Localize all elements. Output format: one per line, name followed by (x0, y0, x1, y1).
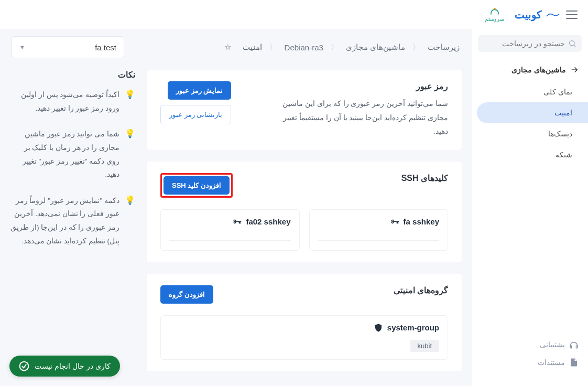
ssh-key-item[interactable]: 🗝fa sshkey (309, 209, 449, 251)
status-pill[interactable]: کاری در حال انجام نیست (9, 356, 120, 377)
tip-text: دکمه "نمایش رمز عبور" لزوماً رمز عبور فع… (9, 194, 119, 248)
arrow-right-icon (570, 66, 579, 74)
search-icon (568, 39, 576, 48)
sidebar-item-label: امنیت (554, 109, 572, 117)
docs-link[interactable]: مستندات (481, 353, 579, 371)
tip-item: 💡 شما می توانید رمز عبور ماشین مجازی را … (9, 127, 135, 181)
add-ssh-key-button[interactable]: افزودن کلید SSH (164, 176, 230, 195)
chevron-left-icon: 〈 (269, 42, 277, 52)
sidebar-item-label: نمای کلی (543, 88, 572, 96)
tip-item: 💡 دکمه "نمایش رمز عبور" لزوماً رمز عبور … (9, 194, 135, 248)
shield-icon (374, 323, 383, 333)
status-text: کاری در حال انجام نیست (35, 362, 111, 370)
support-label: پشتیبانی (540, 340, 565, 349)
security-groups-card: گروه‌های امنیتی افزودن گروه system-group… (147, 274, 462, 371)
tips-title: نکات (9, 70, 135, 80)
group-tag: kubit (410, 340, 439, 352)
divider (169, 240, 291, 241)
check-circle-icon (19, 361, 29, 371)
sidebar-item-security[interactable]: امنیت (477, 102, 588, 123)
ssh-key-name: fa sshkey (404, 217, 439, 226)
svg-point-0 (494, 8, 496, 10)
crumb-vm-name[interactable]: Debian-ra3 (285, 43, 323, 52)
star-icon[interactable]: ☆ (224, 42, 231, 52)
tips-panel: نکات 💡 اکیداً توصیه می‌شود پس از اولین و… (9, 70, 135, 371)
bulb-icon: 💡 (125, 128, 135, 138)
password-card: رمز عبور شما می‌توانید آخرین رمز عبوری ر… (147, 70, 462, 150)
sidebar-item-disks[interactable]: دیسک‌ها (472, 123, 588, 144)
project-selector[interactable]: fa test ▼ (12, 36, 124, 58)
ssh-keys-card: کلیدهای SSH افزودن کلید SSH 🗝fa sshkey 🗝… (147, 162, 462, 262)
show-password-button[interactable]: نمایش رمز عبور (168, 81, 231, 100)
key-icon: 🗝 (233, 217, 242, 227)
password-desc: شما می‌توانید آخرین رمز عبوری را که برای… (270, 97, 448, 138)
main: زیرساخت 〈 ماشین‌های مجازی 〈 Debian-ra3 〈… (0, 29, 471, 386)
tip-item: 💡 اکیداً توصیه می‌شود پس از اولین ورود ر… (9, 88, 135, 115)
sidebar-item-overview[interactable]: نمای کلی (472, 81, 588, 102)
svg-point-1 (570, 41, 574, 46)
support-link[interactable]: پشتیبانی (481, 336, 579, 353)
menu-icon[interactable] (566, 10, 578, 19)
chevron-left-icon: 〈 (412, 42, 420, 52)
svg-line-2 (574, 45, 575, 47)
sidebar-item-network[interactable]: شبکه (472, 144, 588, 165)
crumb-vms[interactable]: ماشین‌های مجازی (346, 42, 405, 52)
crumb-current: امنیت (243, 42, 262, 52)
divider (318, 240, 440, 241)
partner-name: سروستم (485, 16, 504, 22)
groups-title: گروه‌های امنیتی (394, 285, 448, 295)
sidebar: ماشین‌های مجازی نمای کلی امنیت دیسک‌ها ش… (472, 29, 588, 386)
sidebar-item-label: شبکه (556, 151, 572, 159)
svg-point-4 (20, 362, 29, 371)
password-title: رمز عبور (270, 81, 448, 91)
document-icon (569, 358, 579, 367)
ssh-key-name: fa02 sshkey (246, 217, 290, 226)
ssh-title: کلیدهای SSH (401, 173, 448, 183)
key-icon: 🗝 (391, 217, 399, 227)
partner-icon (489, 7, 500, 16)
caret-down-icon: ▼ (19, 44, 25, 50)
tip-text: شما می توانید رمز عبور ماشین مجازی را در… (9, 127, 119, 181)
docs-label: مستندات (538, 358, 565, 367)
add-ssh-highlight: افزودن کلید SSH (160, 173, 233, 198)
search-box[interactable] (478, 35, 582, 52)
sidebar-header[interactable]: ماشین‌های مجازی (472, 61, 588, 81)
chevron-left-icon: 〈 (331, 42, 339, 52)
add-group-button[interactable]: افزودن گروه (160, 285, 213, 304)
breadcrumb: زیرساخت 〈 ماشین‌های مجازی 〈 Debian-ra3 〈… (224, 42, 460, 52)
crumb-root[interactable]: زیرساخت (428, 42, 460, 52)
brand-name: کوبیت (515, 8, 542, 21)
wave-icon (546, 11, 560, 18)
support-icon (569, 340, 579, 349)
tip-text: اکیداً توصیه می‌شود پس از اولین ورود رمز… (9, 88, 119, 115)
project-value: fa test (95, 43, 116, 52)
sidebar-header-label: ماشین‌های مجازی (511, 66, 566, 74)
bulb-icon: 💡 (125, 89, 135, 99)
ssh-key-item[interactable]: 🗝fa02 sshkey (160, 209, 300, 251)
security-group-item[interactable]: system-group kubit (160, 315, 448, 360)
brand[interactable]: کوبیت (515, 8, 560, 21)
reset-password-button[interactable]: بازنشانی رمز عبور (160, 105, 231, 124)
bulb-icon: 💡 (125, 195, 135, 205)
breadcrumb-row: زیرساخت 〈 ماشین‌های مجازی 〈 Debian-ra3 〈… (9, 29, 462, 70)
sidebar-item-label: دیسک‌ها (548, 130, 572, 138)
partner-logo: سروستم (485, 7, 504, 22)
group-name: system-group (387, 323, 439, 332)
topbar: کوبیت سروستم (0, 0, 588, 29)
search-input[interactable] (483, 39, 565, 48)
sidebar-bottom: پشتیبانی مستندات (472, 336, 588, 380)
